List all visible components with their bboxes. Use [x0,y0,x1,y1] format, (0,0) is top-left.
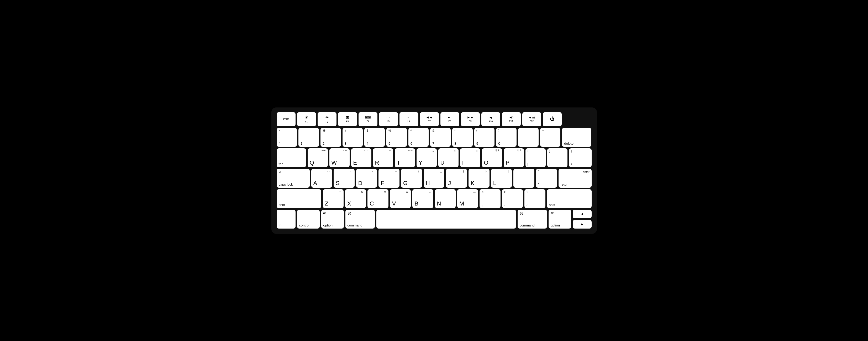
key-6[interactable]: ^ 6 [408,128,429,147]
qwerty-row: tab ㅂㅃ Q ㅈㅉ W ㄷㄸ E ㄱㄲ R ㅅㅆ T ㅛ Y ㅕ U [277,148,592,167]
m-korean: ㅡ [473,191,476,194]
key-4[interactable]: $ 4 [364,128,385,147]
key-d[interactable]: ㅇ D [356,169,377,188]
mute-icon: ◄ [489,115,493,119]
key-option-left[interactable]: alt option [321,210,344,229]
key-f6[interactable]: ··· F6 [400,112,418,126]
key-e[interactable]: ㄷㄸ E [351,148,371,167]
key-p[interactable]: ㅔㅖ P [504,148,524,167]
key-r[interactable]: ㄱㄲ R [373,148,393,167]
key-b[interactable]: ㅠ B [412,189,433,208]
key-backslash[interactable]: | \ [569,148,592,167]
key-f4[interactable]: ⊞⊞ F4 [359,112,377,126]
key-z[interactable]: ㅋ Z [323,189,344,208]
key-o[interactable]: ㅐㅒ O [482,148,502,167]
key-1[interactable]: ! 1 [299,128,319,147]
squote-bottom: ' [538,183,538,186]
alt-right-label: alt [551,211,554,214]
key-s[interactable]: ㄴ S [334,169,354,188]
key-m[interactable]: ㅡ M [457,189,478,208]
k-letter: K [471,180,474,186]
key-f7[interactable]: ◄◄ F7 [420,112,439,126]
key-y[interactable]: ㅛ Y [416,148,437,167]
key-i[interactable]: ㅑ I [460,148,480,167]
key-shift-right[interactable]: shift [547,189,592,208]
key-comma[interactable]: < , [479,189,500,208]
vol-up-icon: ◄))) [529,116,535,119]
key-delete[interactable]: delete [562,128,591,147]
key-esc[interactable]: esc [277,112,296,126]
key-h[interactable]: ㅗ H [424,169,445,188]
key-minus[interactable]: – - [518,128,538,147]
key-semicolon[interactable]: : ; [514,169,534,188]
key-k[interactable]: ㅏ K [468,169,490,188]
key-2[interactable]: @ 2 [320,128,341,147]
key-c[interactable]: ㅊ C [368,189,388,208]
key-f3[interactable]: ⊞ F3 [338,112,357,126]
key-shift-left[interactable]: shift [277,189,321,208]
key-w[interactable]: ㅈㅉ W [330,148,350,167]
brightness-low-icon: ☀ [305,115,308,120]
key-command-right[interactable]: ⌘ command [518,210,547,229]
key-tilde[interactable]: ~ ` [277,128,297,147]
key-f5[interactable]: ··· F5 [379,112,398,126]
key-control[interactable]: control [297,210,320,229]
key-f2[interactable]: ☀ F2 [318,112,337,126]
key-f10[interactable]: ◄ F10 [482,112,500,126]
key-fn[interactable]: fn [277,210,296,229]
key-enter[interactable]: enter return [559,169,592,188]
key-bracket-r[interactable]: } ] [547,148,567,167]
lcurly-top: { [528,150,529,152]
key-space[interactable] [376,210,516,229]
key-arrow-right[interactable]: ► [573,220,592,229]
keyboard: esc ☀ F1 ☀ F2 ⊞ F3 ⊞⊞ F4 [271,107,597,234]
key-8[interactable]: * 8 [452,128,473,147]
option-right-label: option [551,224,560,227]
key-option-right[interactable]: alt option [549,210,571,229]
key-slash[interactable]: ? / [524,189,545,208]
key-3[interactable]: # 3 [343,128,363,147]
key-x[interactable]: ㅌ X [345,189,366,208]
u-letter: U [440,160,445,166]
key-5[interactable]: % 5 [386,128,407,147]
key-f9[interactable]: ►► F9 [461,112,480,126]
key-equals[interactable]: + = [540,128,561,147]
key-q[interactable]: ㅂㅃ Q [308,148,328,167]
n-letter: N [437,201,441,207]
key-quote[interactable]: " ' [536,169,557,188]
caps-lock-label: caps lock [279,183,293,186]
key-7[interactable]: & 7 [430,128,451,147]
key-period[interactable]: > . [502,189,523,208]
fn-label: fn [279,224,282,227]
key-j[interactable]: ㅓ J [446,169,467,188]
key-g[interactable]: ㅎ G [401,169,422,188]
key-v[interactable]: ㅍ V [390,189,411,208]
t-letter: T [397,160,400,166]
key-arrow-left[interactable]: ◄ [573,210,592,218]
key-tab[interactable]: tab [277,148,306,167]
key-u[interactable]: ㅕ U [438,148,459,167]
delete-label: delete [564,142,573,145]
key-f12[interactable]: ◄))) F12 [522,112,541,126]
key-l[interactable]: ㅣ L [491,169,512,188]
key-0[interactable]: ) 0 [496,128,517,147]
dquote-top: " [538,170,539,173]
key-f11[interactable]: ◄) F11 [502,112,521,126]
launchpad-icon: ⊞⊞ [365,115,371,119]
arrow-left-icon: ◄ [580,212,584,216]
key-n[interactable]: ㅜ N [435,189,456,208]
key-9[interactable]: ( 9 [474,128,495,147]
key-t[interactable]: ㅅㅆ T [395,148,415,167]
key-caps-lock[interactable]: caps lock [277,169,310,188]
key-a[interactable]: ㅁ A [311,169,332,188]
key-f[interactable]: ㄹ F [378,169,400,188]
key-power[interactable]: ⏻ [543,112,562,126]
y-korean: ㅛ [432,150,435,152]
key-command-left[interactable]: ⌘ command [345,210,375,229]
nine-bottom: 9 [476,142,478,145]
key-f1[interactable]: ☀ F1 [297,112,316,126]
key-f8[interactable]: ►II F8 [440,112,459,126]
zero-bottom: 0 [498,142,500,145]
key-bracket-l[interactable]: { [ [525,148,546,167]
t-korean: ㅅㅆ [408,149,413,152]
